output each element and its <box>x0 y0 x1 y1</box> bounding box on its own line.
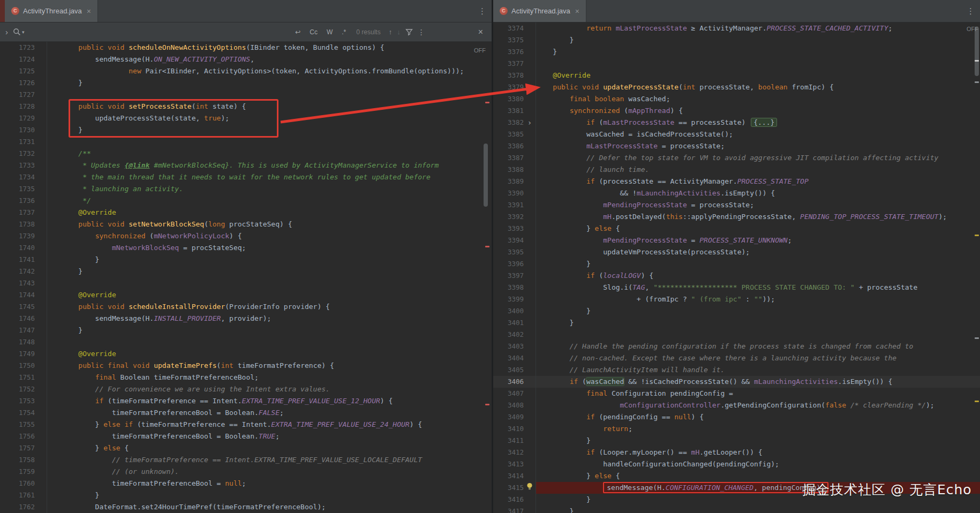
code-line[interactable]: 1759 // (or unknown). <box>0 466 492 478</box>
code-line[interactable]: 1725 new Pair<IBinder, ActivityOptions>(… <box>0 65 492 77</box>
whole-words-toggle[interactable]: W <box>325 28 335 36</box>
code-line[interactable]: 3395 updateVmProcessState(processState); <box>493 246 980 258</box>
gutter[interactable]: 1725 <box>0 65 47 77</box>
intention-bulb-icon[interactable] <box>524 482 536 494</box>
line-number[interactable]: 3381 <box>493 105 524 117</box>
line-number[interactable]: 3390 <box>493 187 524 199</box>
line-number[interactable]: 3385 <box>493 129 524 140</box>
line-number[interactable]: 3410 <box>493 423 524 435</box>
line-number[interactable]: 1759 <box>0 466 35 478</box>
line-number[interactable]: 3392 <box>493 211 524 223</box>
code-line[interactable]: 1756 timeFormatPreferenceBool = Boolean.… <box>0 431 492 442</box>
code-line[interactable]: 3379 public void updateProcessState(int … <box>493 81 980 93</box>
line-number[interactable]: 3413 <box>493 458 524 470</box>
code-line[interactable]: 3400 } <box>493 305 980 317</box>
gutter[interactable]: 3380 <box>493 93 536 105</box>
gutter[interactable]: 3390 <box>493 187 536 199</box>
line-number[interactable]: 3404 <box>493 352 524 364</box>
line-number[interactable]: 1753 <box>0 395 35 407</box>
line-number[interactable]: 1748 <box>0 336 35 348</box>
line-number[interactable]: 3416 <box>493 494 524 506</box>
line-number[interactable]: 1751 <box>0 372 35 383</box>
line-number[interactable]: 1735 <box>0 183 35 195</box>
gutter[interactable]: 3398 <box>493 282 536 293</box>
code-line[interactable]: 3388 // launch time. <box>493 164 980 176</box>
code-line[interactable]: 1731 <box>0 136 492 148</box>
code-line[interactable]: 3417 } <box>493 506 980 513</box>
line-number[interactable]: 1724 <box>0 54 35 65</box>
gutter[interactable]: 1724 <box>0 54 47 65</box>
gutter[interactable]: 3415 <box>493 482 536 494</box>
line-number[interactable]: 1745 <box>0 301 35 313</box>
line-number[interactable]: 1731 <box>0 136 35 148</box>
code-line[interactable]: 3390 && !mLaunchingActivities.isEmpty())… <box>493 187 980 199</box>
line-number[interactable]: 3417 <box>493 506 524 513</box>
gutter[interactable]: 1761 <box>0 489 47 501</box>
line-number[interactable]: 3415 <box>493 482 524 494</box>
line-number[interactable]: 1737 <box>0 207 35 218</box>
code-line[interactable]: 3393 } else { <box>493 223 980 235</box>
previous-occurrence-icon[interactable]: ↑ <box>389 28 393 36</box>
gutter[interactable]: 1723 <box>0 42 47 54</box>
code-line[interactable]: 3375 } <box>493 34 980 46</box>
editor-right[interactable]: 3374 return mLastProcessState ≥ Activity… <box>493 22 980 513</box>
gutter[interactable]: 1742 <box>0 266 47 277</box>
gutter[interactable]: 3377 <box>493 58 536 70</box>
line-number[interactable]: 3375 <box>493 34 524 46</box>
line-number[interactable]: 3374 <box>493 22 524 34</box>
gutter[interactable]: 1736 <box>0 195 47 207</box>
line-number[interactable]: 1733 <box>0 160 35 171</box>
code-line[interactable]: 1752 // For convenience we are using the… <box>0 383 492 395</box>
scrollbar-thumb-left[interactable] <box>484 144 488 207</box>
gutter[interactable]: 3387 <box>493 152 536 164</box>
line-number[interactable]: 3393 <box>493 223 524 235</box>
code-line[interactable]: 3396 } <box>493 258 980 270</box>
line-number[interactable]: 1740 <box>0 242 35 254</box>
gutter[interactable]: 1754 <box>0 407 47 419</box>
gutter[interactable]: 1732 <box>0 148 47 160</box>
gutter[interactable]: 3382› <box>493 117 536 129</box>
tab-options-icon[interactable]: ⋮ <box>961 6 980 16</box>
line-number[interactable]: 1749 <box>0 348 35 360</box>
gutter[interactable]: 3375 <box>493 34 536 46</box>
line-number[interactable]: 1762 <box>0 501 35 513</box>
line-number[interactable]: 1725 <box>0 65 35 77</box>
gutter[interactable]: 1726 <box>0 77 47 89</box>
line-number[interactable]: 3403 <box>493 341 524 352</box>
line-number[interactable]: 1756 <box>0 431 35 442</box>
gutter[interactable]: 1743 <box>0 277 47 289</box>
line-number[interactable]: 3407 <box>493 388 524 399</box>
gutter[interactable]: 3417 <box>493 506 536 513</box>
code-line[interactable]: 1729 updateProcessState(state, true); <box>0 112 492 124</box>
code-line[interactable]: 1755 } else if (timeFormatPreference == … <box>0 419 492 431</box>
code-line[interactable]: 3386 mLastProcessState = processState; <box>493 140 980 152</box>
line-number[interactable]: 1754 <box>0 407 35 419</box>
code-line[interactable]: 3411 } <box>493 435 980 447</box>
line-number[interactable]: 1723 <box>0 42 35 54</box>
tab-options-icon[interactable]: ⋮ <box>473 6 492 16</box>
gutter[interactable]: 3393 <box>493 223 536 235</box>
line-number[interactable]: 3409 <box>493 411 524 423</box>
line-number[interactable]: 1750 <box>0 360 35 372</box>
gutter[interactable]: 3396 <box>493 258 536 270</box>
code-line[interactable]: 3392 mH.postDelayed(this::applyPendingPr… <box>493 211 980 223</box>
code-line[interactable]: 3409 if (pendingConfig == null) { <box>493 411 980 423</box>
gutter[interactable]: 1762 <box>0 501 47 513</box>
gutter[interactable]: 3388 <box>493 164 536 176</box>
gutter[interactable]: 1755 <box>0 419 47 431</box>
gutter[interactable]: 3391 <box>493 199 536 211</box>
gutter[interactable]: 3412 <box>493 447 536 458</box>
code-line[interactable]: 1723 public void scheduleOnNewActivityOp… <box>0 42 492 54</box>
line-number[interactable]: 3376 <box>493 46 524 58</box>
line-number[interactable]: 3389 <box>493 176 524 187</box>
search-icon[interactable]: ▾ <box>13 28 25 36</box>
code-line[interactable]: 3406 if (wasCached && !isCachedProcessSt… <box>493 376 980 388</box>
gutter[interactable]: 1731 <box>0 136 47 148</box>
gutter[interactable]: 1737 <box>0 207 47 218</box>
match-case-toggle[interactable]: Cc <box>307 28 320 36</box>
line-number[interactable]: 1729 <box>0 112 35 124</box>
line-number[interactable]: 3397 <box>493 270 524 282</box>
code-line[interactable]: 3403 // Handle the pending configuration… <box>493 341 980 352</box>
line-number[interactable]: 1734 <box>0 171 35 183</box>
code-line[interactable]: 3378 @Override <box>493 70 980 81</box>
